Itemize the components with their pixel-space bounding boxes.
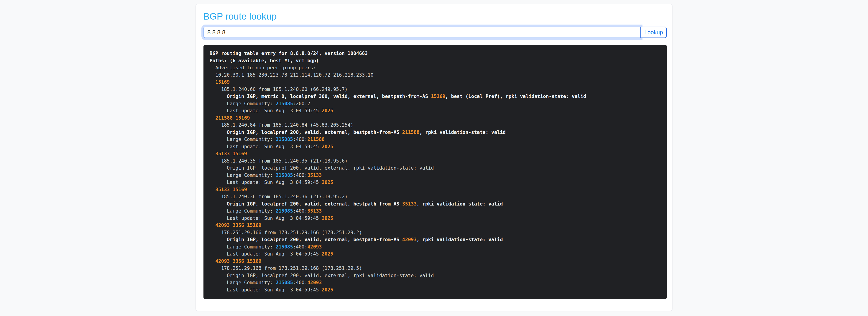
output-text: 185.1.240.35 from 185.1.240.35 (217.18.9… — [210, 158, 348, 164]
as-number: 2025 — [322, 251, 333, 257]
terminal-line: Origin IGP, metric 0, localpref 300, val… — [210, 93, 661, 100]
output-text: 185.1.240.60 from 185.1.240.60 (66.249.9… — [210, 87, 348, 92]
terminal-line: 42093 3356 15169 — [210, 258, 661, 265]
terminal-line: Paths: (6 available, best #1, vrf bgp) — [210, 57, 661, 65]
terminal-line: Large Community: 215085:400:211588 — [210, 136, 661, 143]
output-text: Last update: Sun Aug 3 04:59:45 — [210, 108, 322, 114]
as-number: 2025 — [322, 108, 333, 114]
output-text: Large Community: — [210, 280, 276, 285]
as-number: 35133 — [307, 208, 322, 214]
output-text: 185.1.240.84 from 185.1.240.84 (45.83.20… — [210, 122, 353, 128]
terminal-line: Last update: Sun Aug 3 04:59:45 2025 — [210, 143, 661, 151]
output-text-bold: Paths: (6 available, best #1, vrf bgp) — [210, 58, 319, 63]
output-text — [210, 151, 215, 156]
terminal-line: 185.1.240.60 from 185.1.240.60 (66.249.9… — [210, 86, 661, 93]
as-number: 42093 3356 15169 — [215, 223, 261, 228]
output-text: 10.20.30.1 185.230.223.78 212.114.120.72… — [210, 72, 374, 78]
output-text: 185.1.240.36 from 185.1.240.36 (217.18.9… — [210, 194, 348, 199]
as-number: 42093 — [402, 237, 416, 242]
output-text: :400: — [293, 280, 307, 285]
as-number: 211588 — [402, 130, 420, 135]
output-text-bold: , rpki validation-state: valid — [416, 237, 503, 242]
output-text — [210, 223, 215, 228]
output-text-bold: BGP routing table entry for 8.8.8.0/24, … — [210, 51, 368, 56]
lookup-input-group: Lookup — [204, 27, 667, 38]
output-text — [210, 115, 215, 121]
terminal-line: 42093 3356 15169 — [210, 222, 661, 229]
terminal-line: 185.1.240.84 from 185.1.240.84 (45.83.20… — [210, 122, 661, 129]
as-number: 15169 — [215, 80, 229, 85]
as-number: 35133 — [402, 201, 416, 207]
output-text: Large Community: — [210, 137, 276, 142]
as-number: 35133 15169 — [215, 151, 247, 156]
terminal-line: Origin IGP, localpref 200, valid, extern… — [210, 129, 661, 136]
output-text: Large Community: — [210, 208, 276, 214]
terminal-line: 211588 15169 — [210, 115, 661, 122]
terminal-line: Last update: Sun Aug 3 04:59:45 2025 — [210, 107, 661, 115]
as-number: 35133 15169 — [215, 187, 247, 192]
as-number: 2025 — [322, 287, 333, 292]
output-text-bold: , rpki validation-state: valid — [420, 130, 506, 135]
output-text: Large Community: — [210, 101, 276, 106]
page-title: BGP route lookup — [203, 11, 665, 22]
output-text: Large Community: — [210, 172, 276, 178]
as-number: 15169 — [431, 94, 445, 99]
output-text: Origin IGP, localpref 200, valid, extern… — [210, 165, 434, 171]
terminal-line: Origin IGP, localpref 200, valid, extern… — [210, 272, 661, 279]
as-number: 2025 — [322, 216, 333, 221]
terminal-line: 10.20.30.1 185.230.223.78 212.114.120.72… — [210, 72, 661, 79]
terminal-line: Large Community: 215085:400:42093 — [210, 244, 661, 251]
terminal-line: Last update: Sun Aug 3 04:59:45 2025 — [210, 215, 661, 222]
large-community-asn: 215085 — [276, 172, 293, 178]
large-community-asn: 215085 — [276, 208, 293, 214]
terminal-line: 15169 — [210, 78, 661, 86]
output-text: :200:2 — [293, 101, 310, 106]
output-text-bold: Origin IGP, localpref 200, valid, extern… — [210, 130, 402, 135]
terminal-line: Large Community: 215085:200:2 — [210, 100, 661, 107]
lookup-card: BGP route lookup Lookup BGP routing tabl… — [195, 4, 673, 311]
output-text — [210, 80, 215, 85]
large-community-asn: 215085 — [276, 244, 293, 250]
output-text-bold: Origin IGP, metric 0, localpref 300, val… — [210, 94, 431, 99]
terminal-line: Last update: Sun Aug 3 04:59:45 2025 — [210, 251, 661, 258]
as-number: 42093 3356 15169 — [215, 258, 261, 264]
terminal-line: Large Community: 215085:400:35133 — [210, 172, 661, 179]
output-text-bold: , rpki validation-state: valid — [416, 201, 503, 207]
output-text — [210, 258, 215, 264]
lookup-button[interactable]: Lookup — [641, 27, 667, 38]
terminal-line: 35133 15169 — [210, 150, 661, 158]
output-text — [210, 187, 215, 192]
output-text-bold: Origin IGP, localpref 200, valid, extern… — [210, 201, 402, 207]
as-number: 2025 — [322, 144, 333, 149]
output-text: Origin IGP, localpref 200, valid, extern… — [210, 273, 434, 278]
output-text: Last update: Sun Aug 3 04:59:45 — [210, 251, 322, 257]
terminal-line: 185.1.240.35 from 185.1.240.35 (217.18.9… — [210, 158, 661, 165]
as-number: 2025 — [322, 180, 333, 185]
terminal-line: Large Community: 215085:400:42093 — [210, 279, 661, 286]
large-community-asn: 215085 — [276, 280, 293, 285]
terminal-line: Last update: Sun Aug 3 04:59:45 2025 — [210, 286, 661, 294]
output-text: :400: — [293, 244, 307, 250]
output-text: Advertised to non peer-group peers: — [210, 65, 316, 70]
terminal-line: 35133 15169 — [210, 186, 661, 193]
output-text-bold: , best (Local Pref), rpki validation-sta… — [445, 94, 586, 99]
route-input[interactable] — [204, 27, 641, 38]
terminal-line: Origin IGP, localpref 200, valid, extern… — [210, 165, 661, 172]
as-number: 211588 — [307, 137, 324, 142]
bgp-output-terminal: BGP routing table entry for 8.8.8.0/24, … — [204, 45, 667, 299]
output-text: 178.251.29.168 from 178.251.29.168 (178.… — [210, 265, 362, 271]
as-number: 42093 — [307, 280, 322, 285]
output-text: :400: — [293, 172, 307, 178]
output-text: 178.251.29.166 from 178.251.29.166 (178.… — [210, 230, 362, 235]
as-number: 42093 — [307, 244, 322, 250]
output-text: Last update: Sun Aug 3 04:59:45 — [210, 180, 322, 185]
terminal-line: Large Community: 215085:400:35133 — [210, 208, 661, 215]
output-text: :400: — [293, 208, 307, 214]
output-text: Last update: Sun Aug 3 04:59:45 — [210, 287, 322, 292]
terminal-line: 178.251.29.166 from 178.251.29.166 (178.… — [210, 229, 661, 236]
as-number: 211588 15169 — [215, 115, 250, 121]
large-community-asn: 215085 — [276, 101, 293, 106]
terminal-line: BGP routing table entry for 8.8.8.0/24, … — [210, 50, 661, 57]
as-number: 35133 — [307, 172, 322, 178]
terminal-line: 185.1.240.36 from 185.1.240.36 (217.18.9… — [210, 193, 661, 200]
